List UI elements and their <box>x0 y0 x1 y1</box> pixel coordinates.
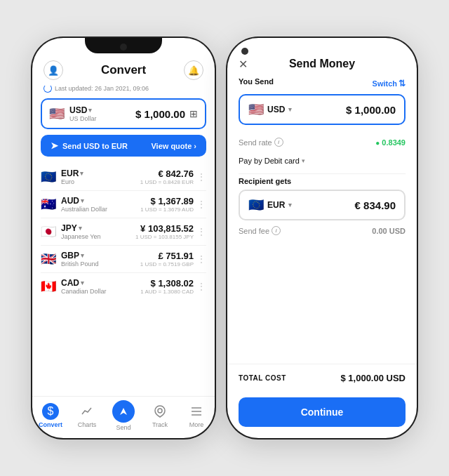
right-screen: ✕ Send Money You Send Switch ⇅ 🇺🇸 USD <box>227 38 417 438</box>
chevron-down-icon: ▾ <box>81 197 84 204</box>
info-icon[interactable]: i <box>274 138 283 147</box>
send-currency-selector[interactable]: 🇺🇸 USD ▾ <box>248 102 292 117</box>
chevron-down-icon: ▾ <box>288 201 292 209</box>
chevron-down-icon: ▾ <box>81 279 84 286</box>
cad-name: Canadian Dollar <box>61 288 107 295</box>
more-nav-icon <box>188 403 205 420</box>
jpy-code: JPY ▾ <box>61 223 101 233</box>
selected-currency-info: 🇺🇸 USD ▾ US Dollar <box>49 105 97 122</box>
table-row[interactable]: 🇬🇧 GBP ▾ British Pound £ 751.91 1 <box>41 246 206 273</box>
usd-code: USD ▾ <box>69 105 97 115</box>
cad-flag: 🇨🇦 <box>41 280 56 293</box>
you-send-input-box[interactable]: 🇺🇸 USD ▾ $ 1,000.00 <box>239 94 406 125</box>
bell-icon[interactable]: 🔔 <box>184 60 203 80</box>
more-icon[interactable]: ⋮ <box>196 281 206 292</box>
svg-point-1 <box>158 409 162 413</box>
gbp-flag: 🇬🇧 <box>41 253 56 265</box>
selected-currency-row[interactable]: 🇺🇸 USD ▾ US Dollar $ 1,000.00 ⊞ <box>41 98 206 129</box>
more-icon[interactable]: ⋮ <box>196 199 206 210</box>
aud-code: AUD ▾ <box>61 196 107 206</box>
send-rate-value: ● 0.8349 <box>375 138 406 147</box>
table-row[interactable]: 🇦🇺 AUD ▾ Australian Dollar $ 1,367.89 <box>41 191 206 218</box>
view-quote-button[interactable]: View quote › <box>151 142 196 150</box>
chevron-right-icon: › <box>194 142 196 150</box>
sidebar-item-track[interactable]: Track <box>142 403 178 428</box>
aud-name: Australian Dollar <box>61 206 107 213</box>
right-content: You Send Switch ⇅ 🇺🇸 USD ▾ $ 1,000.00 <box>227 77 417 364</box>
cad-code: CAD ▾ <box>61 278 107 288</box>
usd-flag: 🇺🇸 <box>49 107 65 120</box>
currency-list: 🇪🇺 EUR ▾ Euro € 842.76 1 USD = 0. <box>32 164 215 396</box>
eur-right: € 842.76 1 USD = 0.8428 EUR <box>140 168 194 185</box>
recipient-currency-selector[interactable]: 🇪🇺 EUR ▾ <box>248 197 292 213</box>
jpy-info: 🇯🇵 JPY ▾ Japanese Yen <box>41 223 101 240</box>
svg-marker-0 <box>120 408 127 415</box>
sidebar-item-send[interactable]: Send <box>105 400 142 431</box>
total-cost-row: TOTAL COST $ 1,000.00 USD <box>227 364 417 392</box>
eur-info: 🇪🇺 EUR ▾ Euro <box>41 168 83 185</box>
charts-icon <box>79 403 95 420</box>
sidebar-item-convert[interactable]: $ Convert <box>32 403 69 428</box>
eur-name: Euro <box>61 178 83 185</box>
pay-by-row[interactable]: Pay by Debit card ▾ <box>239 152 406 172</box>
cad-right: $ 1,308.02 1 AUD = 1.3080 CAD <box>140 278 194 295</box>
send-banner[interactable]: ➤ Send USD to EUR View quote › <box>41 135 206 157</box>
close-button[interactable]: ✕ <box>239 58 248 71</box>
camera-dot <box>120 44 127 51</box>
total-cost-value: $ 1,000.00 USD <box>340 373 406 383</box>
jpy-name: Japanese Yen <box>61 233 101 240</box>
send-banner-label: ➤ Send USD to EUR <box>51 140 128 151</box>
recipient-flag: 🇪🇺 <box>248 197 264 213</box>
send-icon <box>112 400 135 423</box>
jpy-flag: 🇯🇵 <box>41 225 56 238</box>
sidebar-item-charts[interactable]: Charts <box>69 403 105 428</box>
send-rate-row: Send rate i ● 0.8349 <box>239 132 406 152</box>
charts-label: Charts <box>78 421 97 428</box>
scene: 👤 Convert 🔔 Last updated: 26 Jan 2021, 0… <box>0 0 449 476</box>
eur-code: EUR ▾ <box>61 168 83 178</box>
recipient-input-box: 🇪🇺 EUR ▾ € 834.90 <box>239 190 406 220</box>
send-fee-value: 0.00 USD <box>372 227 406 235</box>
notch <box>85 38 162 53</box>
sidebar-item-more[interactable]: More <box>178 403 215 428</box>
cad-info: 🇨🇦 CAD ▾ Canadian Dollar <box>41 278 107 295</box>
pay-by-label: Pay by Debit card ▾ <box>239 157 305 165</box>
send-flag: 🇺🇸 <box>248 102 264 117</box>
gbp-info: 🇬🇧 GBP ▾ British Pound <box>41 251 99 267</box>
chevron-down-icon: ▾ <box>302 157 305 164</box>
recipient-amount: € 834.90 <box>355 199 396 211</box>
info-icon[interactable]: i <box>272 226 281 235</box>
more-icon[interactable]: ⋮ <box>196 253 206 265</box>
chevron-down-icon: ▾ <box>81 252 84 259</box>
right-header: ✕ Send Money <box>227 38 417 77</box>
more-icon[interactable]: ⋮ <box>196 226 206 237</box>
more-label: More <box>189 421 204 428</box>
gbp-name: British Pound <box>61 260 99 267</box>
send-fee-label: Send fee i <box>239 226 281 235</box>
convert-label: Convert <box>39 421 62 428</box>
table-row[interactable]: 🇯🇵 JPY ▾ Japanese Yen ¥ 103,815.52 <box>41 218 206 246</box>
table-row[interactable]: 🇨🇦 CAD ▾ Canadian Dollar $ 1,308.02 <box>41 273 206 300</box>
jpy-right: ¥ 103,815.52 1 USD = 103.8155 JPY <box>135 223 194 240</box>
bottom-nav: $ Convert Charts <box>32 396 215 438</box>
track-icon <box>152 403 168 420</box>
right-phone: ✕ Send Money You Send Switch ⇅ 🇺🇸 USD <box>227 38 417 438</box>
switch-button[interactable]: Switch ⇅ <box>373 79 406 88</box>
total-cost-label: TOTAL COST <box>239 374 286 382</box>
spinner-icon <box>43 84 52 93</box>
gbp-code: GBP ▾ <box>61 251 99 260</box>
you-send-label: You Send <box>239 77 274 86</box>
left-screen: 👤 Convert 🔔 Last updated: 26 Jan 2021, 0… <box>32 38 215 438</box>
divider <box>239 173 406 174</box>
camera-dot-right <box>241 48 248 55</box>
table-row[interactable]: 🇪🇺 EUR ▾ Euro € 842.76 1 USD = 0. <box>41 164 206 191</box>
send-label: Send <box>116 424 130 431</box>
aud-right: $ 1,367.89 1 USD = 1.3679 AUD <box>140 196 194 213</box>
chevron-down-icon: ▾ <box>288 106 292 113</box>
page-title: Convert <box>101 63 146 77</box>
calculator-icon[interactable]: ⊞ <box>189 108 198 119</box>
continue-button[interactable]: Continue <box>239 397 406 427</box>
switch-arrows-icon: ⇅ <box>398 79 406 88</box>
more-icon[interactable]: ⋮ <box>196 171 206 183</box>
profile-icon[interactable]: 👤 <box>43 60 63 80</box>
